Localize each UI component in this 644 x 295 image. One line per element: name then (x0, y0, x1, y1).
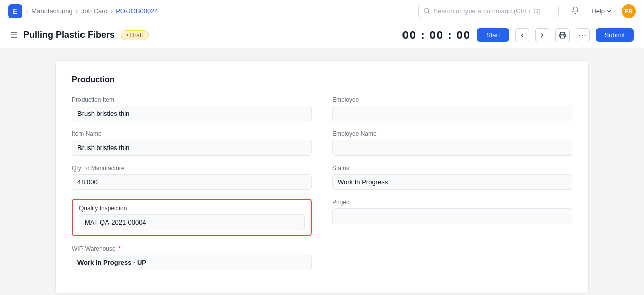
chevron-right-icon (540, 33, 545, 38)
ellipsis-icon: ··· (578, 31, 586, 40)
section-title: Production (72, 75, 572, 84)
employee-name-label: Employee Name (332, 130, 572, 137)
project-field: Project (332, 199, 572, 224)
quality-inspection-field: Quality Inspection (72, 199, 312, 236)
breadcrumb-jobcard[interactable]: Job Card (81, 7, 108, 15)
more-button[interactable]: ··· (576, 28, 590, 42)
form-right-col: Employee Employee Name Status Work In Pr… (332, 96, 572, 279)
production-item-input[interactable] (72, 106, 312, 121)
print-icon (559, 32, 566, 39)
breadcrumb: › Manufacturing › Job Card › PO-JOB00024 (26, 7, 158, 15)
avatar[interactable]: PR (622, 4, 636, 18)
app-icon[interactable]: E (8, 4, 22, 18)
qty-field: Qty To Manufacture (72, 165, 312, 190)
item-name-label: Item Name (72, 130, 312, 137)
next-button[interactable] (535, 28, 549, 42)
employee-name-field: Employee Name (332, 130, 572, 156)
svg-rect-2 (560, 36, 564, 38)
page-header: ☰ Pulling Plastic Fibers • Draft 00 : 00… (0, 22, 644, 48)
production-form-card: Production Production Item Item Name Qty… (55, 60, 589, 294)
employee-input[interactable] (332, 106, 572, 121)
form-left-col: Production Item Item Name Qty To Manufac… (72, 96, 312, 279)
breadcrumb-sep1: › (26, 7, 28, 15)
required-asterisk: * (118, 245, 121, 252)
chevron-left-icon (520, 33, 525, 38)
prev-button[interactable] (515, 28, 529, 42)
chevron-down-icon (607, 9, 612, 14)
employee-field: Employee (332, 96, 572, 121)
sidebar-toggle[interactable]: ☰ (10, 30, 17, 40)
search-bar[interactable]: Search or type a command (Ctrl + G) (418, 5, 559, 17)
notifications-button[interactable] (569, 4, 581, 18)
wip-warehouse-label: WIP Warehouse * (72, 245, 312, 252)
main-content: Production Production Item Item Name Qty… (0, 48, 644, 295)
form-grid: Production Item Item Name Qty To Manufac… (72, 96, 572, 279)
nav-actions: Help PR (569, 4, 636, 18)
submit-button[interactable]: Submit (596, 28, 634, 42)
item-name-field: Item Name (72, 130, 312, 156)
bell-icon (571, 6, 579, 14)
qty-label: Qty To Manufacture (72, 165, 312, 172)
svg-line-1 (428, 12, 430, 14)
wip-warehouse-field: WIP Warehouse * (72, 245, 312, 270)
project-label: Project (332, 199, 572, 206)
quality-inspection-input[interactable] (79, 214, 305, 230)
wip-warehouse-input[interactable] (72, 255, 312, 270)
print-button[interactable] (555, 28, 570, 42)
employee-name-input[interactable] (332, 140, 572, 156)
start-button[interactable]: Start (477, 28, 509, 42)
item-name-input[interactable] (72, 140, 312, 156)
status-value: Work In Progress (332, 174, 572, 190)
employee-label: Employee (332, 96, 572, 103)
top-nav: E › Manufacturing › Job Card › PO-JOB000… (0, 0, 644, 22)
breadcrumb-current[interactable]: PO-JOB00024 (116, 7, 158, 15)
search-placeholder: Search or type a command (Ctrl + G) (433, 7, 541, 15)
page-title: Pulling Plastic Fibers (23, 30, 115, 40)
help-button[interactable]: Help (587, 5, 616, 17)
timer-display: 00 : 00 : 00 (403, 29, 471, 42)
breadcrumb-manufacturing[interactable]: Manufacturing (31, 7, 72, 15)
breadcrumb-sep2: › (76, 7, 78, 15)
status-label: Status (332, 165, 572, 172)
search-icon (424, 8, 430, 14)
breadcrumb-sep3: › (111, 7, 113, 15)
quality-inspection-label: Quality Inspection (79, 205, 305, 212)
production-item-label: Production Item (72, 96, 312, 103)
production-item-field: Production Item (72, 96, 312, 121)
status-field: Status Work In Progress (332, 165, 572, 190)
project-input[interactable] (332, 208, 572, 224)
qty-input[interactable] (72, 174, 312, 190)
draft-badge: • Draft (121, 30, 149, 40)
